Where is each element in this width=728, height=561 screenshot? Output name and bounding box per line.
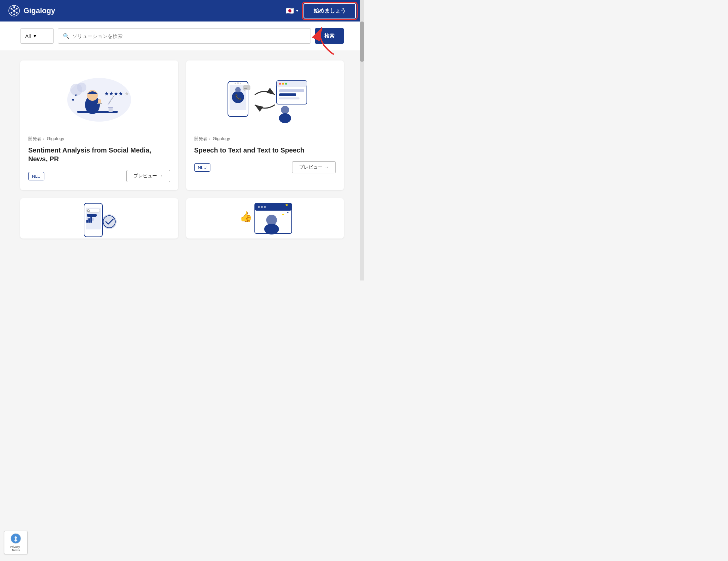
svg-rect-63 xyxy=(86,220,88,223)
svg-line-9 xyxy=(14,9,17,11)
category-select[interactable]: All ▾ xyxy=(20,28,54,44)
cards-grid: ★★★★ ★ ♥ ♥ 開発者： Gigalogy Sentiment Analy… xyxy=(20,60,344,239)
svg-rect-22 xyxy=(97,103,102,104)
card-2-developer: 開発者： Gigalogy xyxy=(194,136,336,142)
svg-point-68 xyxy=(258,206,260,208)
card-2-footer: NLU プレビュー → xyxy=(194,161,336,173)
svg-point-52 xyxy=(281,106,289,114)
card-1-image: ★★★★ ★ ♥ ♥ xyxy=(28,69,170,129)
logo-icon xyxy=(8,5,20,17)
svg-text:♥: ♥ xyxy=(72,97,74,102)
svg-rect-29 xyxy=(108,107,113,108)
svg-point-17 xyxy=(77,83,86,92)
card-2: 📞 xyxy=(186,60,344,190)
lang-selector[interactable]: 🇯🇵 ▾ xyxy=(286,7,298,15)
card-1-preview-button[interactable]: プレビュー → xyxy=(126,170,170,182)
scrollbar[interactable] xyxy=(360,0,364,280)
svg-rect-49 xyxy=(279,89,304,92)
category-chevron-icon: ▾ xyxy=(34,33,36,39)
svg-rect-28 xyxy=(109,107,113,112)
svg-text:✦: ✦ xyxy=(282,213,284,216)
scrollbar-thumb[interactable] xyxy=(360,21,364,62)
card-1: ★★★★ ★ ♥ ♥ 開発者： Gigalogy Sentiment Analy… xyxy=(20,60,178,190)
svg-point-48 xyxy=(285,83,287,85)
svg-line-8 xyxy=(11,9,14,11)
search-icon: 🔍 xyxy=(63,33,70,39)
svg-rect-21 xyxy=(98,99,101,104)
sentiment-illustration: ★★★★ ★ ♥ ♥ xyxy=(59,71,139,127)
card-1-developer: 開発者： Gigalogy xyxy=(28,136,170,142)
svg-point-32 xyxy=(235,83,236,84)
svg-rect-64 xyxy=(88,218,90,223)
svg-rect-38 xyxy=(243,85,250,90)
category-label: All xyxy=(25,33,31,39)
card-3-illustration xyxy=(66,202,133,239)
header-right: 🇯🇵 ▾ 始めましょう xyxy=(286,3,356,18)
svg-point-37 xyxy=(235,87,241,92)
search-button[interactable]: 検索 xyxy=(315,28,344,44)
card-2-preview-button[interactable]: プレビュー → xyxy=(292,161,336,173)
card-2-title: Speech to Text and Text to Speech xyxy=(194,146,336,155)
speech-illustration: 📞 xyxy=(218,71,312,127)
card-1-tag[interactable]: NLU xyxy=(28,172,44,180)
header: Gigalogy 🇯🇵 ▾ 始めましょう xyxy=(0,0,364,21)
svg-point-46 xyxy=(279,83,281,85)
svg-text:✦: ✦ xyxy=(287,211,289,214)
svg-line-10 xyxy=(11,11,14,13)
svg-rect-65 xyxy=(90,216,92,223)
logo-text: Gigalogy xyxy=(24,6,55,15)
card-1-footer: NLU プレビュー → xyxy=(28,170,170,182)
svg-point-53 xyxy=(279,113,291,123)
svg-point-70 xyxy=(264,206,266,208)
svg-point-69 xyxy=(261,206,263,208)
lang-chevron-icon: ▾ xyxy=(296,8,298,13)
card-1-title: Sentiment Analysis from Social Media, Ne… xyxy=(28,146,170,163)
card-2-tag[interactable]: NLU xyxy=(194,163,210,172)
svg-text:✦: ✦ xyxy=(290,216,292,218)
search-area: All ▾ 🔍 検索 xyxy=(0,21,364,50)
main-content: ★★★★ ★ ♥ ♥ 開発者： Gigalogy Sentiment Analy… xyxy=(0,50,364,249)
svg-rect-45 xyxy=(277,81,307,87)
card-2-image: 📞 xyxy=(194,69,336,129)
svg-line-11 xyxy=(14,11,17,13)
svg-point-73 xyxy=(264,224,279,234)
card-4-partial: ★ 👍 ✦ ✦ ✦ xyxy=(186,198,344,239)
svg-text:♥: ♥ xyxy=(75,93,77,97)
search-input-wrapper: 🔍 xyxy=(58,28,311,44)
start-button[interactable]: 始めましょう xyxy=(304,3,356,18)
card-3-partial xyxy=(20,198,178,239)
svg-text:👍: 👍 xyxy=(240,211,252,223)
flag-icon: 🇯🇵 xyxy=(286,7,294,15)
svg-rect-59 xyxy=(87,214,97,217)
svg-point-61 xyxy=(102,214,117,229)
svg-point-47 xyxy=(282,83,284,85)
logo-area: Gigalogy xyxy=(8,5,55,17)
svg-point-34 xyxy=(240,83,241,84)
svg-rect-51 xyxy=(279,97,299,99)
svg-text:★★★★: ★★★★ xyxy=(104,91,123,96)
card-4-illustration: ★ 👍 ✦ ✦ ✦ xyxy=(228,202,302,239)
svg-text:★: ★ xyxy=(124,91,129,96)
svg-point-33 xyxy=(237,82,239,84)
search-input[interactable] xyxy=(72,33,306,39)
svg-text:★: ★ xyxy=(285,203,289,207)
svg-text:📞: 📞 xyxy=(235,94,242,100)
svg-rect-50 xyxy=(279,93,296,96)
